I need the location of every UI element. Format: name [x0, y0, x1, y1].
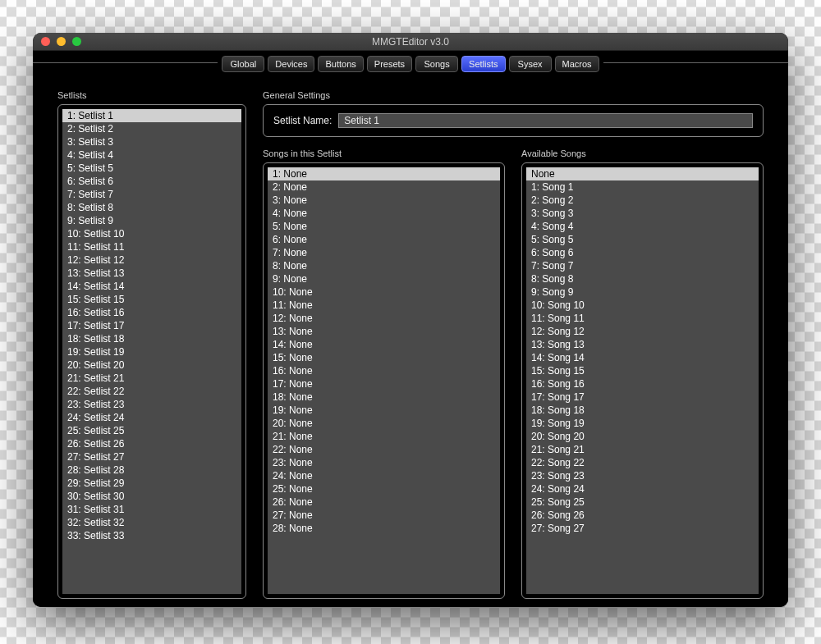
available-song-item[interactable]: 12: Song 12: [526, 325, 759, 338]
available-song-item[interactable]: 14: Song 14: [526, 351, 759, 364]
song-in-item[interactable]: 7: None: [268, 246, 500, 259]
song-in-item[interactable]: 5: None: [268, 220, 500, 233]
available-song-item[interactable]: 1: Song 1: [526, 180, 759, 194]
tab-presets[interactable]: Presets: [367, 56, 412, 72]
setlist-item[interactable]: 7: Setlist 7: [62, 188, 241, 201]
setlists-listbox[interactable]: 1: Setlist 12: Setlist 23: Setlist 34: S…: [62, 109, 241, 594]
setlist-item[interactable]: 33: Setlist 33: [62, 529, 241, 542]
song-in-item[interactable]: 10: None: [268, 285, 500, 299]
setlist-item[interactable]: 13: Setlist 13: [62, 267, 241, 280]
song-in-item[interactable]: 14: None: [268, 338, 500, 351]
setlist-item[interactable]: 3: Setlist 3: [62, 135, 241, 148]
song-in-item[interactable]: 22: None: [268, 443, 500, 456]
tab-sysex[interactable]: Sysex: [509, 56, 552, 72]
song-in-item[interactable]: 24: None: [268, 469, 500, 482]
song-in-item[interactable]: 18: None: [268, 391, 500, 404]
song-in-item[interactable]: 21: None: [268, 430, 500, 443]
songs-in-listbox[interactable]: 1: None2: None3: None4: None5: None6: No…: [268, 167, 500, 594]
available-song-item[interactable]: 20: Song 20: [526, 430, 759, 443]
available-song-item[interactable]: 3: Song 3: [526, 207, 759, 220]
setlist-item[interactable]: 17: Setlist 17: [62, 319, 241, 332]
available-song-item[interactable]: 10: Song 10: [526, 299, 759, 312]
available-song-item[interactable]: 26: Song 26: [526, 509, 759, 522]
setlist-item[interactable]: 14: Setlist 14: [62, 280, 241, 293]
setlist-item[interactable]: 11: Setlist 11: [62, 240, 241, 253]
setlist-item[interactable]: 5: Setlist 5: [62, 162, 241, 175]
song-in-item[interactable]: 8: None: [268, 259, 500, 272]
song-in-item[interactable]: 26: None: [268, 496, 500, 509]
available-song-item[interactable]: 25: Song 25: [526, 496, 759, 509]
tab-devices[interactable]: Devices: [268, 56, 314, 72]
tab-global[interactable]: Global: [222, 56, 264, 72]
song-in-item[interactable]: 19: None: [268, 404, 500, 417]
setlist-item[interactable]: 23: Setlist 23: [62, 398, 241, 411]
available-song-item[interactable]: 15: Song 15: [526, 364, 759, 377]
available-song-item[interactable]: None: [526, 167, 759, 180]
song-in-item[interactable]: 2: None: [268, 180, 500, 194]
available-song-item[interactable]: 7: Song 7: [526, 259, 759, 272]
setlist-item[interactable]: 28: Setlist 28: [62, 464, 241, 477]
available-song-item[interactable]: 21: Song 21: [526, 443, 759, 456]
setlist-item[interactable]: 15: Setlist 15: [62, 293, 241, 306]
setlist-item[interactable]: 27: Setlist 27: [62, 450, 241, 464]
setlist-item[interactable]: 16: Setlist 16: [62, 306, 241, 319]
setlist-item[interactable]: 1: Setlist 1: [62, 109, 241, 122]
available-song-item[interactable]: 16: Song 16: [526, 377, 759, 391]
setlist-item[interactable]: 12: Setlist 12: [62, 253, 241, 267]
song-in-item[interactable]: 12: None: [268, 312, 500, 325]
available-song-item[interactable]: 9: Song 9: [526, 285, 759, 299]
setlist-item[interactable]: 32: Setlist 32: [62, 516, 241, 529]
song-in-item[interactable]: 28: None: [268, 522, 500, 535]
tab-songs[interactable]: Songs: [415, 56, 458, 72]
setlist-item[interactable]: 20: Setlist 20: [62, 359, 241, 372]
available-song-item[interactable]: 6: Song 6: [526, 246, 759, 259]
setlist-item[interactable]: 6: Setlist 6: [62, 175, 241, 188]
minimize-icon[interactable]: [57, 37, 66, 46]
setlist-item[interactable]: 10: Setlist 10: [62, 227, 241, 240]
setlist-item[interactable]: 8: Setlist 8: [62, 201, 241, 214]
setlist-item[interactable]: 29: Setlist 29: [62, 477, 241, 490]
song-in-item[interactable]: 13: None: [268, 325, 500, 338]
setlist-item[interactable]: 21: Setlist 21: [62, 372, 241, 385]
setlist-item[interactable]: 22: Setlist 22: [62, 385, 241, 398]
setlist-name-input[interactable]: [338, 113, 753, 128]
available-song-item[interactable]: 11: Song 11: [526, 312, 759, 325]
setlist-item[interactable]: 24: Setlist 24: [62, 411, 241, 424]
setlist-item[interactable]: 31: Setlist 31: [62, 503, 241, 516]
available-song-item[interactable]: 19: Song 19: [526, 417, 759, 430]
available-listbox[interactable]: None1: Song 12: Song 23: Song 34: Song 4…: [526, 167, 759, 594]
setlist-item[interactable]: 2: Setlist 2: [62, 122, 241, 135]
song-in-item[interactable]: 6: None: [268, 233, 500, 246]
song-in-item[interactable]: 23: None: [268, 456, 500, 469]
setlist-item[interactable]: 4: Setlist 4: [62, 148, 241, 162]
available-song-item[interactable]: 23: Song 23: [526, 469, 759, 482]
setlist-item[interactable]: 30: Setlist 30: [62, 490, 241, 503]
available-song-item[interactable]: 17: Song 17: [526, 391, 759, 404]
song-in-item[interactable]: 15: None: [268, 351, 500, 364]
available-song-item[interactable]: 13: Song 13: [526, 338, 759, 351]
song-in-item[interactable]: 25: None: [268, 482, 500, 496]
setlist-item[interactable]: 19: Setlist 19: [62, 345, 241, 359]
available-song-item[interactable]: 24: Song 24: [526, 482, 759, 496]
available-song-item[interactable]: 22: Song 22: [526, 456, 759, 469]
available-song-item[interactable]: 8: Song 8: [526, 272, 759, 285]
available-song-item[interactable]: 5: Song 5: [526, 233, 759, 246]
song-in-item[interactable]: 20: None: [268, 417, 500, 430]
tab-setlists[interactable]: Setlists: [461, 56, 505, 72]
setlist-item[interactable]: 9: Setlist 9: [62, 214, 241, 227]
setlist-item[interactable]: 26: Setlist 26: [62, 437, 241, 450]
available-song-item[interactable]: 18: Song 18: [526, 404, 759, 417]
setlist-item[interactable]: 25: Setlist 25: [62, 424, 241, 437]
setlist-item[interactable]: 18: Setlist 18: [62, 332, 241, 345]
song-in-item[interactable]: 11: None: [268, 299, 500, 312]
song-in-item[interactable]: 9: None: [268, 272, 500, 285]
tab-macros[interactable]: Macros: [555, 56, 599, 72]
zoom-icon[interactable]: [72, 37, 81, 46]
available-song-item[interactable]: 4: Song 4: [526, 220, 759, 233]
tab-buttons[interactable]: Buttons: [318, 56, 363, 72]
song-in-item[interactable]: 17: None: [268, 377, 500, 391]
song-in-item[interactable]: 3: None: [268, 194, 500, 207]
song-in-item[interactable]: 1: None: [268, 167, 500, 180]
close-icon[interactable]: [41, 37, 50, 46]
available-song-item[interactable]: 27: Song 27: [526, 522, 759, 535]
